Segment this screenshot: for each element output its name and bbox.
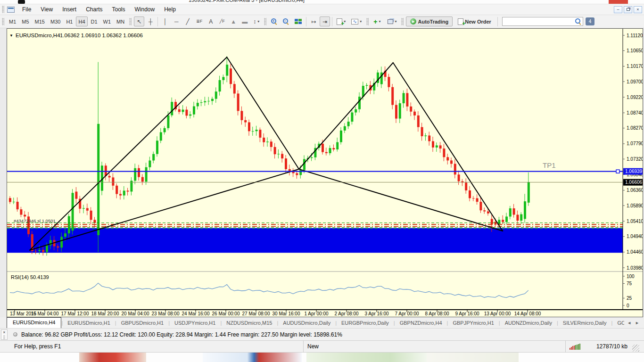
search-box (502, 17, 583, 26)
rectangle-shape-button[interactable]: ▬ (239, 16, 250, 26)
resize-grip[interactable] (632, 345, 639, 352)
timeframe-m1[interactable]: M1 (7, 16, 18, 26)
chart-window[interactable]: #43472946 sl 1.0501TP1▼EURUSDmicro,H41.0… (7, 28, 643, 317)
price-axis-label: 1.09220 (627, 95, 643, 100)
chart-tab[interactable]: GBPNZDmicro,H4 (395, 318, 447, 328)
cursor-tool-button[interactable]: ↖ (134, 16, 144, 26)
toolbar: M1M5M15M30H1H4D1W1MN ↖ ┼ │ ─ ╱ ≣F A ╱F ▲… (0, 15, 644, 28)
chart-tab[interactable]: GBPUSDmicro,H1 (116, 318, 168, 328)
connection-bars-icon[interactable] (570, 344, 580, 350)
tile-windows-button[interactable] (292, 16, 304, 26)
restore-icon (627, 8, 630, 11)
tab-scroll-right-icon[interactable]: ► (635, 321, 639, 325)
chart-tab[interactable]: USDJPYmicro,H1 (170, 318, 220, 328)
horizontal-line-button[interactable]: ─ (171, 16, 182, 26)
account-status-icon (13, 332, 17, 337)
minimize-button[interactable]: – (614, 6, 622, 13)
new-order-icon: + (458, 18, 463, 25)
zoom-out-icon: − (283, 18, 289, 25)
triangle-shape-button[interactable]: ▲ (228, 16, 239, 26)
chart-canvas[interactable]: #43472946 sl 1.0501TP1▼EURUSDmicro,H41.0… (7, 29, 643, 317)
trendline-object[interactable] (299, 63, 393, 169)
collapse-arrow-icon[interactable]: ▼ (9, 33, 13, 38)
notifications-icon[interactable]: 4 (586, 17, 594, 25)
timeframe-m5[interactable]: M5 (19, 16, 31, 26)
menu-file[interactable]: File (17, 5, 36, 14)
arrows-style-button[interactable]: ↕▾ (251, 16, 262, 26)
zoom-out-button[interactable]: − (281, 16, 291, 26)
status-center-text: New (303, 341, 565, 352)
window-title-bar: 15095242.FXM.COM-Real 3 - [EURUSDmicro,H… (0, 0, 644, 4)
crosshair-tool-button[interactable]: ┼ (145, 16, 156, 26)
indicators-button[interactable]: +▾ (334, 16, 348, 26)
window-close-button-fragment[interactable] (609, 0, 628, 4)
chart-tab[interactable]: EURUSDmicro,H4 (7, 317, 61, 328)
restore-button[interactable] (624, 6, 632, 13)
autotrading-label: AutoTrading (418, 19, 448, 25)
menu-insert[interactable]: Insert (58, 5, 81, 14)
chart-tab[interactable]: GBPJPYmicro,H1 (448, 318, 498, 328)
chart-shift-button[interactable]: ↦ (308, 16, 319, 26)
chart-tab[interactable]: EURUSDmicro,H1 (63, 318, 115, 328)
toolbar-grip-2[interactable] (129, 18, 132, 25)
toolbar-separator (157, 17, 158, 26)
timeframe-w1[interactable]: W1 (101, 16, 114, 26)
menu-charts[interactable]: Charts (81, 5, 107, 14)
price-axis-label: 1.05890 (627, 203, 643, 208)
close-button[interactable]: × (634, 6, 642, 13)
timeframe-h1[interactable]: H1 (64, 16, 75, 26)
auto-scroll-button[interactable]: ⇥ (320, 16, 330, 26)
auto-scroll-icon: ⇥ (322, 19, 327, 25)
menu-tools[interactable]: Tools (107, 5, 130, 14)
price-axis[interactable]: 1.111201.106501.101701.097001.092201.087… (623, 29, 643, 310)
chart-tab[interactable]: SILVERmicro,Daily (558, 318, 611, 328)
toolbar-grip-3[interactable] (264, 18, 266, 25)
search-icon[interactable] (575, 18, 581, 25)
trendline-object[interactable] (393, 63, 503, 231)
time-axis[interactable]: 13 Mar 201516 Mar 04:0017 Mar 12:0018 Ma… (10, 310, 541, 316)
search-input[interactable] (504, 18, 575, 25)
timeframe-h4[interactable]: H4 (76, 16, 87, 26)
fibonacci-fan-button[interactable]: ╱F (217, 16, 227, 26)
chart-tab[interactable]: AUDNZDmicro,Daily (500, 318, 557, 328)
new-chart-button[interactable]: +▾ (371, 16, 383, 26)
zoom-in-button[interactable]: + (269, 16, 280, 26)
toolbar-grip-1[interactable] (2, 18, 4, 25)
trendline-object[interactable] (30, 57, 227, 250)
timeframe-d1[interactable]: D1 (89, 16, 100, 26)
toolbar-grip-5[interactable] (401, 18, 404, 25)
timeframe-m30[interactable]: M30 (48, 16, 63, 26)
chart-window-icon[interactable] (7, 7, 15, 13)
menu-view[interactable]: View (36, 5, 58, 14)
vertical-line-button[interactable]: │ (160, 16, 170, 26)
timeframe-mn[interactable]: MN (114, 16, 127, 26)
chevron-down-icon: ▾ (257, 19, 259, 24)
time-axis-label: 17 Mar 12:00 (61, 311, 89, 316)
terminal-close-button[interactable]: × (1, 329, 8, 340)
take-profit-handle[interactable] (616, 170, 619, 173)
trendline-object[interactable] (299, 169, 503, 231)
new-chart-icon: + (373, 18, 377, 25)
chart-tab[interactable]: AUDUSDmicro,Daily (278, 318, 335, 328)
menu-window[interactable]: Window (130, 5, 160, 14)
menu-help[interactable]: Help (159, 5, 181, 14)
chart-tab[interactable]: NZDUSDmicro,M15 (222, 318, 277, 328)
menubar-grip[interactable] (2, 6, 4, 13)
timeframe-m15[interactable]: M15 (33, 16, 47, 26)
templates-button[interactable]: ∿▾ (349, 16, 364, 26)
autotrading-button[interactable]: ▶AutoTrading (406, 16, 453, 26)
chart-tab[interactable]: EURGBPmicro,Daily (337, 318, 394, 328)
terminal-bar: × Balance: 96.82 GBP Profit/Loss: 12.12 … (0, 329, 644, 341)
new-order-button[interactable]: +New Order (454, 16, 495, 26)
trendlines-layer[interactable] (30, 57, 503, 250)
tab-scroll-left-icon[interactable]: ◄ (627, 321, 631, 325)
toolbar-grip-4[interactable] (366, 18, 369, 25)
profiles-button[interactable]: ▾ (384, 16, 399, 26)
window-title: 15095242.FXM.COM-Real 3 - [EURUSDmicro,H… (189, 0, 305, 3)
trendline-button[interactable]: ╱ (182, 16, 193, 26)
rsi-axis-label: 0 (627, 303, 629, 308)
chart-tab[interactable]: GOLDmicro,H1 (612, 318, 624, 328)
triangle-icon: ▲ (231, 19, 236, 25)
fibonacci-button[interactable]: ≣F (194, 16, 205, 26)
text-label-button[interactable]: A (206, 16, 216, 26)
